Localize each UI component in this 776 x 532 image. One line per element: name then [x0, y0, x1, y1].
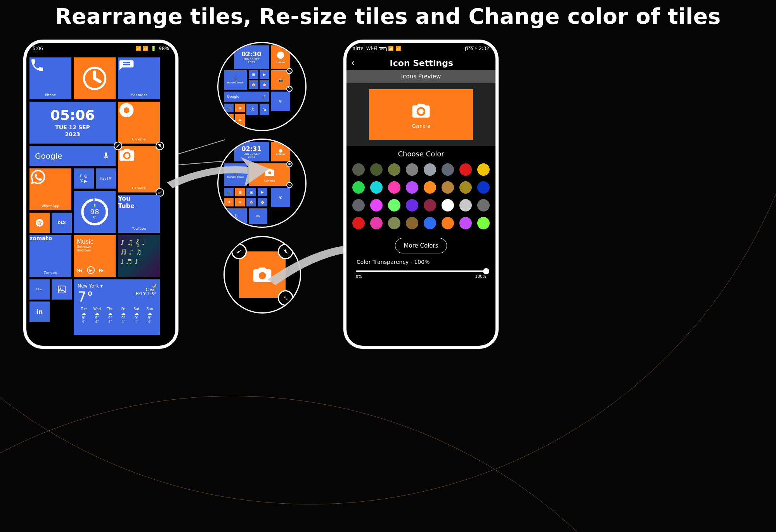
color-swatch[interactable]: [459, 217, 472, 229]
color-swatch[interactable]: [388, 163, 400, 176]
tile-uber[interactable]: Uber: [29, 279, 50, 300]
tile-battery-widget[interactable]: 🔋98%: [74, 191, 116, 233]
color-swatch[interactable]: [406, 217, 418, 229]
status-icons: 📶 📶🔋98%: [135, 46, 170, 51]
color-swatch[interactable]: [388, 199, 400, 211]
svg-point-11: [60, 288, 61, 289]
tile-camera[interactable]: Camera: [118, 146, 160, 192]
transparency-slider[interactable]: [356, 270, 486, 272]
color-swatch[interactable]: [459, 163, 472, 176]
page-title: Rearrange tiles, Re-size tiles and Chang…: [0, 0, 776, 33]
tile-chrome[interactable]: Chrome: [118, 102, 160, 144]
color-swatch[interactable]: [406, 199, 418, 211]
color-swatch[interactable]: [424, 217, 436, 229]
color-swatch[interactable]: [442, 181, 454, 194]
svg-rect-10: [58, 286, 65, 293]
color-swatch[interactable]: [352, 181, 365, 194]
music-controls[interactable]: ⏮ ▶ ⏭: [77, 266, 113, 274]
color-swatch[interactable]: [406, 163, 418, 176]
color-swatch[interactable]: [459, 181, 472, 194]
color-swatch[interactable]: [370, 181, 383, 194]
status-bar: 5:06 📶 📶🔋98%: [26, 43, 175, 56]
clock-time: 05:06: [50, 108, 95, 122]
tile-spotify[interactable]: [29, 213, 50, 233]
color-swatch[interactable]: [459, 199, 472, 211]
color-swatch[interactable]: [442, 217, 454, 229]
weather-forecast: Tue☁9°4°Wed☁9°4°Thu☁9°4°Fri☁9°4°Sat☁9°4°…: [78, 307, 156, 324]
icon-preview-tile: Camera: [369, 89, 473, 140]
slider-max: 100%: [475, 274, 486, 279]
tile-weather[interactable]: New York ▾ 7° 🌙 Clear H:10° L:5° Tue☁9°4…: [74, 279, 160, 335]
status-time: 5:06: [33, 46, 43, 51]
right-phone: airtel Wi-Fi WiFi 📶 📶 100⚡ 2:32 ‹ Icon S…: [343, 40, 499, 349]
color-swatch[interactable]: [442, 163, 454, 176]
tile-music[interactable]: Music Unknown Unknown ⏮ ▶ ⏭: [74, 235, 116, 277]
google-label: Google: [35, 151, 62, 161]
section-preview-header: Icons Preview: [346, 70, 495, 83]
tile-label: Messages: [118, 92, 160, 99]
edit-icon[interactable]: [114, 142, 122, 150]
color-swatch[interactable]: [477, 163, 490, 176]
mic-icon: [102, 152, 110, 160]
preview-label: Camera: [412, 123, 430, 129]
svg-point-17: [418, 109, 424, 114]
color-swatch[interactable]: [424, 163, 436, 176]
tile-whatsapp[interactable]: WhatsApp: [29, 168, 71, 210]
clock-day: TUE 12 SEP: [55, 125, 90, 130]
tile-social-1[interactable]: f◎𝕏▶: [74, 168, 94, 189]
transparency-label: Color Transparency - 100%: [346, 259, 495, 265]
unpin-icon: [286, 68, 293, 74]
color-swatch[interactable]: [352, 199, 365, 211]
color-swatch[interactable]: [370, 163, 383, 176]
color-swatch[interactable]: [370, 199, 383, 211]
color-swatch[interactable]: [477, 217, 490, 229]
color-swatch[interactable]: [370, 217, 383, 229]
color-palette: [346, 162, 495, 231]
tile-paytm[interactable]: PayTM: [96, 168, 116, 189]
tile-label: Chrome: [118, 136, 160, 144]
color-swatch[interactable]: [477, 199, 490, 211]
page-title: Icon Settings: [390, 58, 454, 68]
tile-zomato[interactable]: zomato Zomato: [29, 235, 71, 277]
tile-label: Camera: [118, 185, 160, 192]
color-swatch[interactable]: [388, 181, 400, 194]
tile-label: Zomato: [29, 269, 71, 277]
tile-big-clock[interactable]: 05:06 TUE 12 SEP 2023: [29, 102, 116, 144]
tile-music-wall[interactable]: ♪ ♫ 𝄞 ♩♬ ♪ ♫♩ ♬ ♪: [118, 235, 160, 277]
edit-icon[interactable]: [231, 244, 247, 259]
tile-label: WhatsApp: [29, 203, 71, 210]
color-swatch[interactable]: [406, 181, 418, 194]
color-swatch[interactable]: [424, 181, 436, 194]
color-swatch[interactable]: [388, 217, 400, 229]
unpin-icon: ✖: [286, 161, 293, 167]
callout-small-tile: 02:30SUN 10 SEP2023 Chrome 📷 🎧HUAWEI Mus…: [217, 42, 307, 131]
color-swatch[interactable]: [424, 199, 436, 211]
color-swatch[interactable]: [477, 181, 490, 194]
tile-youtube[interactable]: YouTube YouTube: [118, 195, 160, 233]
color-swatch[interactable]: [352, 217, 365, 229]
more-colors-button[interactable]: More Colors: [395, 238, 447, 253]
weather-temp: 7°: [78, 289, 103, 305]
slider-min: 0%: [356, 274, 362, 279]
arrow-1: [163, 147, 272, 194]
resize-icon[interactable]: [278, 290, 293, 306]
color-swatch[interactable]: [352, 163, 365, 176]
back-button[interactable]: ‹: [351, 57, 355, 68]
tile-phone[interactable]: Phone: [29, 57, 71, 99]
music-title: Music: [77, 238, 113, 245]
color-swatch[interactable]: [442, 199, 454, 211]
resize-icon: ↘: [286, 182, 293, 188]
tile-google-search[interactable]: Google: [29, 146, 116, 166]
tile-clock[interactable]: [74, 57, 116, 99]
tile-messages[interactable]: Messages: [118, 57, 160, 99]
slider-knob[interactable]: [483, 268, 489, 274]
svg-point-4: [124, 107, 130, 113]
camera-tile-small: 📷: [271, 70, 290, 90]
tile-label: YouTube: [118, 225, 160, 233]
tile-olx[interactable]: OLX: [52, 213, 72, 233]
tile-linkedin[interactable]: in: [29, 302, 50, 322]
camera-icon: [411, 100, 431, 121]
status-bar: airtel Wi-Fi WiFi 📶 📶 100⚡ 2:32: [346, 43, 495, 56]
tile-gallery[interactable]: [52, 279, 72, 300]
clock-year: 2023: [65, 132, 80, 137]
